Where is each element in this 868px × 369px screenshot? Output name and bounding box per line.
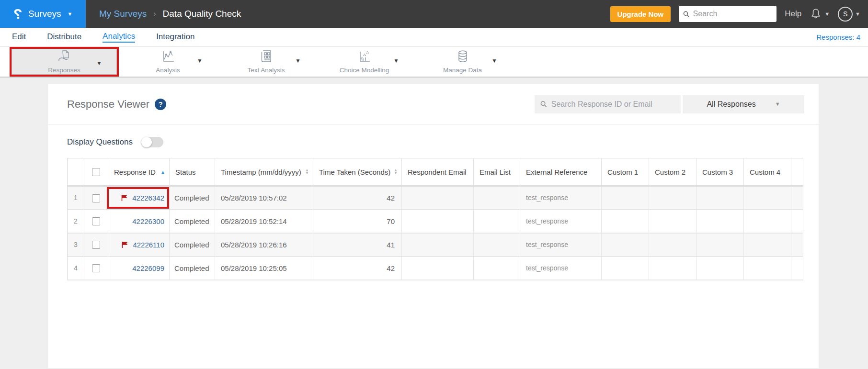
column-header-custom-3[interactable]: Custom 3	[697, 158, 744, 186]
response-id-cell: 42226342	[108, 186, 170, 210]
account-menu[interactable]: S ▼	[838, 7, 860, 22]
tab-integration[interactable]: Integration	[156, 32, 194, 42]
response-viewer-panel: Response Viewer ? All Responses ▼ Displ	[48, 84, 819, 368]
email-list-cell	[474, 233, 520, 257]
toolbar-item-analysis[interactable]: Analysis ▼	[119, 47, 217, 77]
response-id-link[interactable]: 42226099	[132, 264, 164, 272]
table-row: 342226110Completed05/28/2019 10:26:1641t…	[68, 233, 803, 257]
analytics-toolbar: Responses ▼ Analysis ▼ Text Analysis ▼	[0, 47, 868, 78]
chevron-down-icon: ▼	[96, 60, 102, 67]
column-header-custom-4[interactable]: Custom 4	[744, 158, 791, 186]
custom2-cell	[649, 210, 697, 233]
status-cell: Completed	[170, 233, 215, 257]
responses-table: Response ID▲StatusTimestamp (mm/dd/yyyy)…	[67, 158, 803, 280]
custom4-cell	[744, 233, 791, 257]
custom4-cell	[744, 186, 791, 210]
column-header-status[interactable]: Status	[170, 158, 215, 186]
tab-analytics[interactable]: Analytics	[103, 32, 135, 43]
tab-distribute[interactable]: Distribute	[47, 32, 81, 42]
sort-icon[interactable]: ▲▼	[305, 169, 309, 175]
response-search-input[interactable]	[551, 100, 675, 109]
flag-icon	[121, 241, 129, 248]
chevron-down-icon: ▼	[775, 101, 780, 107]
column-label: Response ID	[114, 168, 156, 176]
table-row: 242226300Completed05/28/2019 10:52:1470t…	[68, 210, 803, 233]
timestamp-cell: 05/28/2019 10:52:14	[215, 210, 313, 233]
column-header-external-reference[interactable]: External Reference	[520, 158, 602, 186]
text-analysis-icon	[260, 50, 273, 65]
choice-modelling-icon	[357, 50, 372, 65]
sort-icon[interactable]: ▲▼	[394, 169, 398, 175]
table-header-row: Response ID▲StatusTimestamp (mm/dd/yyyy)…	[68, 158, 803, 186]
help-icon[interactable]: ?	[155, 99, 166, 110]
toolbar-item-text-analysis[interactable]: Text Analysis ▼	[217, 47, 315, 77]
timestamp-cell: 05/28/2019 10:26:16	[215, 233, 313, 257]
time-taken-cell: 42	[313, 186, 402, 210]
row-checkbox[interactable]	[92, 241, 100, 249]
response-id-link[interactable]: 42226300	[132, 217, 164, 225]
row-checkbox-cell	[84, 186, 108, 210]
row-checkbox[interactable]	[92, 217, 100, 225]
column-header-custom-1[interactable]: Custom 1	[602, 158, 649, 186]
external-reference-cell: test_response	[520, 210, 602, 233]
email-list-cell	[474, 210, 520, 233]
time-taken-cell: 41	[313, 233, 402, 257]
toolbar-item-choice-modelling[interactable]: Choice Modelling ▼	[315, 47, 413, 77]
column-label: External Reference	[526, 168, 587, 176]
column-header-time-taken-seconds[interactable]: Time Taken (Seconds)▲▼	[313, 158, 402, 186]
email-list-cell	[474, 257, 520, 280]
column-header-select-all[interactable]	[84, 158, 108, 186]
external-reference-cell: test_response	[520, 257, 602, 280]
column-label: Email List	[480, 168, 511, 176]
column-label: Custom 2	[655, 168, 685, 176]
custom3-cell	[697, 186, 744, 210]
global-search-box[interactable]	[679, 6, 777, 22]
response-search-box[interactable]	[535, 95, 681, 113]
respondent-email-cell	[402, 233, 474, 257]
breadcrumb-current: Data Quality Check	[163, 9, 241, 19]
response-filter-dropdown[interactable]: All Responses ▼	[683, 95, 804, 113]
time-taken-cell: 70	[313, 210, 402, 233]
select-all-checkbox[interactable]	[92, 168, 100, 176]
status-cell: Completed	[170, 186, 215, 210]
custom2-cell	[649, 186, 697, 210]
column-header-timestamp-mm-dd-yyyy[interactable]: Timestamp (mm/dd/yyyy)▲▼	[215, 158, 313, 186]
sort-ascending-icon[interactable]: ▲	[160, 169, 165, 175]
custom4-cell	[744, 257, 791, 280]
manage-data-icon	[457, 50, 469, 65]
response-filter-value: All Responses	[707, 100, 755, 109]
row-checkbox[interactable]	[92, 194, 100, 202]
questionpro-logo-icon: ?	[13, 7, 22, 21]
breadcrumb-my-surveys[interactable]: My Surveys	[99, 9, 147, 19]
product-menu-label: Surveys	[28, 9, 61, 19]
custom2-cell	[649, 233, 697, 257]
column-header-respondent-email[interactable]: Respondent Email	[402, 158, 474, 186]
column-header-blank	[791, 158, 803, 186]
response-id-link[interactable]: 42226110	[133, 241, 164, 249]
toolbar-item-responses[interactable]: Responses ▼	[11, 49, 117, 75]
notifications-menu[interactable]: ▼	[810, 8, 830, 21]
status-cell: Completed	[170, 210, 215, 233]
response-id-link[interactable]: 42226342	[132, 194, 164, 202]
email-list-cell	[474, 186, 520, 210]
column-header-email-list[interactable]: Email List	[474, 158, 520, 186]
row-number: 1	[68, 186, 84, 210]
column-header-response-id[interactable]: Response ID▲	[108, 158, 170, 186]
display-questions-toggle[interactable]	[141, 137, 163, 147]
annotation-box-responses: Responses ▼	[10, 47, 119, 77]
respondent-email-cell	[402, 186, 474, 210]
tab-edit[interactable]: Edit	[12, 32, 26, 42]
toolbar-item-manage-data[interactable]: Manage Data ▼	[413, 47, 512, 77]
custom3-cell	[697, 210, 744, 233]
chevron-down-icon: ▼	[855, 11, 860, 17]
display-questions-label: Display Questions	[67, 137, 133, 147]
global-search-input[interactable]	[693, 10, 773, 18]
custom2-cell	[649, 257, 697, 280]
column-header-custom-2[interactable]: Custom 2	[649, 158, 697, 186]
row-checkbox[interactable]	[92, 264, 100, 272]
help-link[interactable]: Help	[785, 9, 801, 19]
upgrade-now-button[interactable]: Upgrade Now	[610, 6, 671, 22]
chevron-down-icon: ▼	[68, 11, 73, 17]
product-menu[interactable]: ? Surveys ▼	[0, 0, 86, 28]
row-number: 2	[68, 210, 84, 233]
